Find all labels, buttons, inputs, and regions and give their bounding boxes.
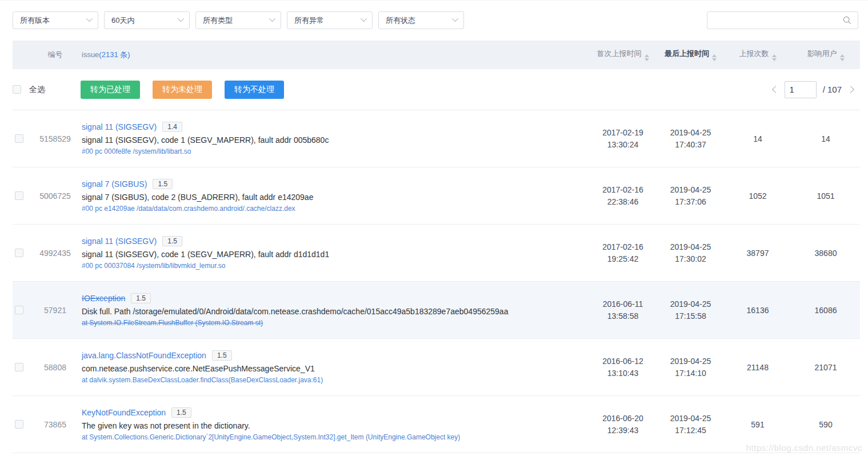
issue-stack-link[interactable]: #00 pc 000fe8fe /system/lib/libart.so bbox=[82, 147, 575, 155]
version-filter-select[interactable]: 所有版本 bbox=[13, 11, 98, 29]
issue-detail: signal 11 (SIGSEGV), code 1 (SEGV_MAPERR… bbox=[82, 135, 575, 145]
table-row: 73865 KeyNotFoundException 1.5 The given… bbox=[13, 396, 860, 453]
issue-id: 73865 bbox=[29, 420, 82, 429]
type-filter-value: 所有类型 bbox=[203, 15, 233, 26]
table-row: 57921 IOException 1.5 Disk full. Path /s… bbox=[13, 282, 860, 339]
issue-title-link[interactable]: KeyNotFoundException bbox=[82, 408, 166, 417]
page-number-input[interactable] bbox=[785, 81, 817, 98]
affected-users: 14 bbox=[791, 134, 860, 143]
first-report-time: 2016-06-1113:58:58 bbox=[589, 298, 657, 322]
row-checkbox[interactable] bbox=[15, 306, 23, 314]
chevron-down-icon bbox=[178, 15, 184, 21]
version-badge: 1.5 bbox=[153, 179, 173, 189]
row-checkbox[interactable] bbox=[15, 191, 23, 200]
issue-id: 57921 bbox=[29, 306, 82, 315]
affected-users: 16086 bbox=[791, 306, 860, 315]
issue-stack-link[interactable]: at System.IO.FileStream.FlushBuffer (Sys… bbox=[82, 319, 575, 327]
version-badge: 1.5 bbox=[212, 350, 232, 361]
issue-detail: Disk full. Path /storage/emulated/0/Andr… bbox=[82, 307, 575, 316]
last-report-time: 2019-04-2517:30:02 bbox=[657, 241, 724, 265]
sort-icon[interactable] bbox=[645, 54, 649, 61]
issue-detail: signal 7 (SIGBUS), code 2 (BUS_ADRERR), … bbox=[82, 193, 575, 202]
issue-cell: signal 7 (SIGBUS) 1.5 signal 7 (SIGBUS),… bbox=[82, 179, 589, 213]
version-badge: 1.5 bbox=[162, 236, 182, 246]
first-report-time: 2017-02-1622:38:46 bbox=[589, 184, 657, 208]
version-badge: 1.5 bbox=[131, 293, 151, 303]
mark-wont-fix-button[interactable]: 转为不处理 bbox=[225, 81, 284, 99]
report-count: 591 bbox=[724, 420, 791, 429]
header-report-count[interactable]: 上报次数 bbox=[724, 49, 791, 61]
issue-id: 4992435 bbox=[29, 249, 82, 258]
sort-icon[interactable] bbox=[840, 54, 845, 61]
issue-stack-link[interactable]: at System.Collections.Generic.Dictionary… bbox=[82, 433, 575, 441]
next-page-icon[interactable] bbox=[847, 86, 854, 93]
header-id: 编号 bbox=[29, 50, 82, 60]
issue-cell: KeyNotFoundException 1.5 The given key w… bbox=[82, 407, 589, 441]
issue-title-link[interactable]: signal 11 (SIGSEGV) bbox=[82, 237, 157, 246]
chevron-down-icon bbox=[86, 15, 93, 21]
last-report-time: 2019-04-2517:15:58 bbox=[657, 298, 724, 322]
table-row: 5158529 signal 11 (SIGSEGV) 1.4 signal 1… bbox=[13, 110, 860, 167]
issue-title-link[interactable]: signal 11 (SIGSEGV) bbox=[82, 122, 157, 131]
table-row: 4992435 signal 11 (SIGSEGV) 1.5 signal 1… bbox=[13, 225, 860, 282]
last-report-time: 2019-04-2517:40:37 bbox=[657, 127, 724, 151]
first-report-time: 2016-06-2012:39:43 bbox=[589, 413, 657, 437]
page-total: / 107 bbox=[823, 85, 842, 94]
chevron-down-icon bbox=[361, 15, 367, 21]
row-checkbox[interactable] bbox=[15, 134, 23, 143]
type-filter-select[interactable]: 所有类型 bbox=[195, 11, 281, 29]
issue-stack-link[interactable]: #00 pc 00037084 /system/lib/libvmkid_lem… bbox=[82, 262, 575, 270]
time-range-filter-select[interactable]: 60天内 bbox=[104, 11, 190, 29]
issue-detail: The given key was not present in the dic… bbox=[82, 421, 575, 430]
chevron-down-icon bbox=[452, 15, 458, 21]
affected-users: 1051 bbox=[791, 191, 860, 201]
sort-icon[interactable] bbox=[772, 54, 777, 61]
select-all-checkbox[interactable] bbox=[13, 85, 21, 94]
header-issue-count: (2131 条) bbox=[99, 50, 130, 59]
last-report-time: 2019-04-2517:14:10 bbox=[657, 355, 724, 379]
issue-stack-link[interactable]: at dalvik.system.BaseDexClassLoader.find… bbox=[82, 376, 575, 384]
sort-icon[interactable] bbox=[712, 54, 717, 61]
affected-users: 21071 bbox=[791, 363, 860, 372]
header-first-report[interactable]: 首次上报时间 bbox=[589, 49, 657, 61]
issue-title-link[interactable]: IOException bbox=[82, 294, 125, 303]
last-report-time: 2019-04-2517:12:45 bbox=[657, 413, 724, 437]
header-last-report[interactable]: 最后上报时间 bbox=[657, 49, 724, 61]
affected-users: 590 bbox=[791, 420, 860, 429]
row-checkbox[interactable] bbox=[15, 420, 23, 429]
table-header-row: 编号 issue(2131 条) 首次上报时间 最后上报时间 上报次数 影响用户 bbox=[13, 41, 860, 69]
report-count: 1052 bbox=[724, 191, 791, 201]
mark-unresolved-button[interactable]: 转为未处理 bbox=[153, 81, 212, 99]
issue-stack-link[interactable]: #00 pc e14209ae /data/data/com.crashdemo… bbox=[82, 205, 575, 213]
row-checkbox[interactable] bbox=[15, 363, 23, 371]
search-icon[interactable] bbox=[842, 15, 852, 25]
issue-title-link[interactable]: java.lang.ClassNotFoundException bbox=[82, 351, 206, 360]
status-filter-select[interactable]: 所有状态 bbox=[378, 11, 464, 29]
table-row: 5006725 signal 7 (SIGBUS) 1.5 signal 7 (… bbox=[13, 167, 860, 225]
exception-filter-select[interactable]: 所有异常 bbox=[287, 11, 373, 29]
last-report-time: 2019-04-2517:37:06 bbox=[657, 184, 724, 208]
version-badge: 1.5 bbox=[171, 407, 191, 418]
search-input[interactable] bbox=[713, 16, 842, 25]
header-affected-users[interactable]: 影响用户 bbox=[791, 49, 860, 61]
issue-cell: java.lang.ClassNotFoundException 1.5 com… bbox=[82, 350, 589, 384]
issue-title-link[interactable]: signal 7 (SIGBUS) bbox=[82, 179, 147, 189]
header-issue: issue(2131 条) bbox=[82, 50, 589, 60]
report-count: 21148 bbox=[724, 363, 791, 372]
report-count: 16136 bbox=[724, 306, 791, 315]
version-filter-value: 所有版本 bbox=[20, 15, 50, 26]
search-box bbox=[707, 11, 858, 29]
issue-detail: signal 11 (SIGSEGV), code 1 (SEGV_MAPERR… bbox=[82, 250, 575, 259]
report-count: 14 bbox=[724, 134, 791, 143]
filter-bar: 所有版本 60天内 所有类型 所有异常 所有状态 bbox=[13, 11, 464, 29]
row-checkbox[interactable] bbox=[15, 249, 23, 257]
mark-resolved-button[interactable]: 转为已处理 bbox=[81, 81, 140, 99]
issue-id: 5006725 bbox=[29, 191, 82, 201]
select-all-label: 全选 bbox=[29, 85, 45, 95]
status-filter-value: 所有状态 bbox=[386, 15, 415, 26]
prev-page-icon[interactable] bbox=[772, 86, 779, 93]
chevron-down-icon bbox=[269, 15, 275, 21]
issue-cell: IOException 1.5 Disk full. Path /storage… bbox=[82, 293, 589, 327]
exception-filter-value: 所有异常 bbox=[294, 15, 324, 26]
header-issue-label: issue bbox=[82, 50, 99, 59]
